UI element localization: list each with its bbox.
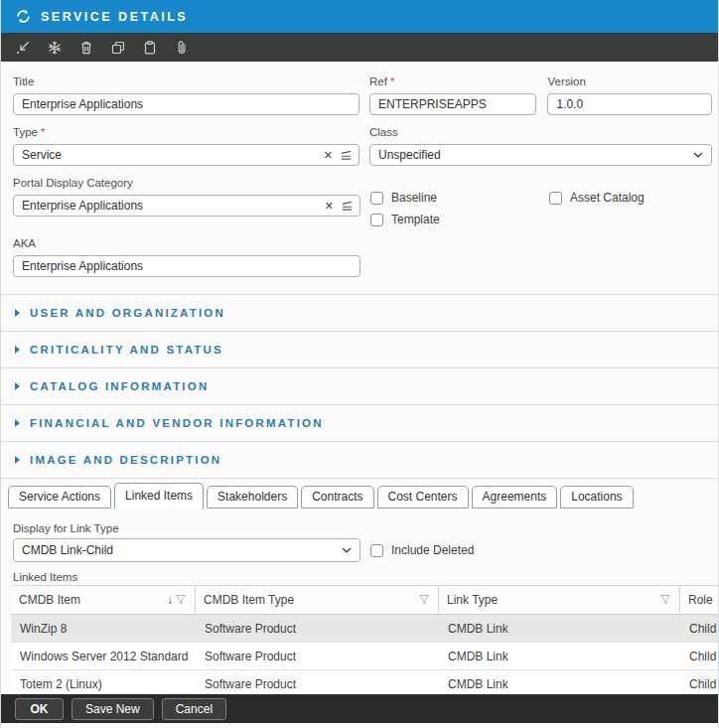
tab-stakeholders[interactable]: Stakeholders bbox=[207, 486, 298, 509]
clear-icon[interactable]: ✕ bbox=[324, 150, 333, 161]
tab-linked-items[interactable]: Linked Items bbox=[114, 483, 204, 510]
version-input[interactable] bbox=[547, 93, 712, 115]
form-area: Title Ref* Version Type* ✕ bbox=[1, 62, 718, 277]
table-row[interactable]: Windows Server 2012 Standard Software Pr… bbox=[11, 643, 719, 670]
filter-icon[interactable] bbox=[659, 594, 671, 606]
attachment-icon[interactable] bbox=[170, 37, 193, 59]
template-checkbox[interactable] bbox=[370, 214, 383, 226]
paste-icon[interactable] bbox=[138, 37, 161, 59]
refresh-icon bbox=[15, 8, 32, 25]
baseline-label: Baseline bbox=[391, 191, 437, 205]
save-new-button[interactable]: Save New bbox=[72, 698, 154, 720]
collapsed-arrow-icon bbox=[15, 382, 20, 390]
table-row[interactable]: WinZip 8 Software Product CMDB Link Chil… bbox=[11, 615, 719, 643]
collapsible-sections: USER AND ORGANIZATION CRITICALITY AND ST… bbox=[1, 294, 718, 479]
toolbar bbox=[1, 33, 718, 62]
asset-catalog-checkbox[interactable] bbox=[549, 192, 562, 205]
lookup-icon[interactable] bbox=[340, 150, 353, 161]
collapsed-arrow-icon bbox=[15, 309, 20, 317]
section-catalog-information[interactable]: CATALOG INFORMATION bbox=[1, 367, 718, 404]
type-label: Type* bbox=[13, 126, 360, 141]
tab-agreements[interactable]: Agreements bbox=[472, 486, 558, 509]
tab-bar: Service Actions Linked Items Stakeholder… bbox=[1, 479, 718, 509]
collapsed-arrow-icon bbox=[15, 419, 20, 427]
ref-label: Ref* bbox=[369, 75, 537, 90]
class-select-value: Unspecified bbox=[378, 148, 693, 162]
template-label: Template bbox=[391, 213, 440, 226]
class-label: Class bbox=[369, 126, 712, 141]
tab-contracts[interactable]: Contracts bbox=[301, 486, 373, 509]
linked-items-table-label: Linked Items bbox=[13, 571, 718, 583]
include-deleted-label: Include Deleted bbox=[391, 543, 474, 557]
section-image-and-description[interactable]: IMAGE AND DESCRIPTION bbox=[1, 441, 718, 478]
link-type-select[interactable]: CMDB Link-Child bbox=[13, 538, 360, 562]
linked-items-table: CMDB Item ↓ CMDB Item Type Link Type Ro bbox=[11, 585, 719, 698]
chevron-down-icon bbox=[693, 152, 703, 159]
collapsed-arrow-icon bbox=[15, 456, 20, 464]
filter-icon[interactable] bbox=[175, 594, 187, 606]
version-label: Version bbox=[547, 75, 712, 90]
required-marker: * bbox=[390, 75, 394, 87]
column-header-cmdb-item[interactable]: CMDB Item ↓ bbox=[11, 586, 196, 614]
footer-action-bar: OK Save New Cancel bbox=[1, 694, 718, 723]
ok-button[interactable]: OK bbox=[15, 698, 64, 720]
table-header-row: CMDB Item ↓ CMDB Item Type Link Type Ro bbox=[11, 585, 719, 615]
service-details-window: SERVICE DETAILS bbox=[0, 0, 719, 728]
tab-locations[interactable]: Locations bbox=[560, 486, 633, 509]
include-deleted-checkbox[interactable] bbox=[370, 544, 383, 557]
tab-cost-centers[interactable]: Cost Centers bbox=[377, 486, 469, 509]
column-header-role[interactable]: Role bbox=[680, 586, 719, 614]
title-label: Title bbox=[13, 75, 360, 90]
tab-service-actions[interactable]: Service Actions bbox=[8, 486, 111, 509]
filter-icon[interactable] bbox=[418, 594, 430, 606]
chevron-down-icon bbox=[342, 547, 352, 554]
copy-icon[interactable] bbox=[106, 37, 129, 59]
clear-icon[interactable]: ✕ bbox=[325, 201, 334, 212]
asset-catalog-label: Asset Catalog bbox=[570, 191, 645, 205]
snowflake-icon[interactable] bbox=[43, 37, 66, 59]
column-header-link-type[interactable]: Link Type bbox=[439, 586, 680, 614]
link-type-select-value: CMDB Link-Child bbox=[22, 543, 342, 557]
pin-icon[interactable] bbox=[11, 37, 34, 59]
aka-input[interactable] bbox=[13, 255, 360, 277]
type-input[interactable] bbox=[13, 144, 360, 166]
window-titlebar: SERVICE DETAILS bbox=[1, 0, 718, 33]
section-criticality-and-status[interactable]: CRITICALITY AND STATUS bbox=[1, 331, 718, 367]
portal-display-category-label: Portal Display Category bbox=[13, 177, 360, 192]
portal-display-category-input[interactable] bbox=[13, 195, 360, 217]
lookup-icon[interactable] bbox=[341, 201, 354, 212]
title-input[interactable] bbox=[13, 93, 360, 115]
aka-label: AKA bbox=[13, 237, 360, 252]
delete-icon[interactable] bbox=[74, 37, 97, 59]
section-user-and-organization[interactable]: USER AND ORGANIZATION bbox=[1, 294, 718, 331]
baseline-checkbox[interactable] bbox=[370, 192, 383, 205]
linked-items-panel: Display for Link Type CMDB Link-Child In… bbox=[1, 509, 718, 583]
page-title: SERVICE DETAILS bbox=[41, 10, 188, 24]
link-type-label: Display for Link Type bbox=[13, 522, 718, 534]
section-financial-and-vendor-information[interactable]: FINANCIAL AND VENDOR INFORMATION bbox=[1, 404, 718, 441]
class-select[interactable]: Unspecified bbox=[369, 144, 712, 166]
required-marker: * bbox=[41, 126, 45, 138]
ref-input[interactable] bbox=[369, 93, 537, 115]
sort-descending-icon[interactable]: ↓ bbox=[167, 593, 173, 607]
column-header-cmdb-item-type[interactable]: CMDB Item Type bbox=[196, 586, 439, 614]
collapsed-arrow-icon bbox=[15, 346, 20, 354]
cancel-button[interactable]: Cancel bbox=[162, 698, 226, 720]
